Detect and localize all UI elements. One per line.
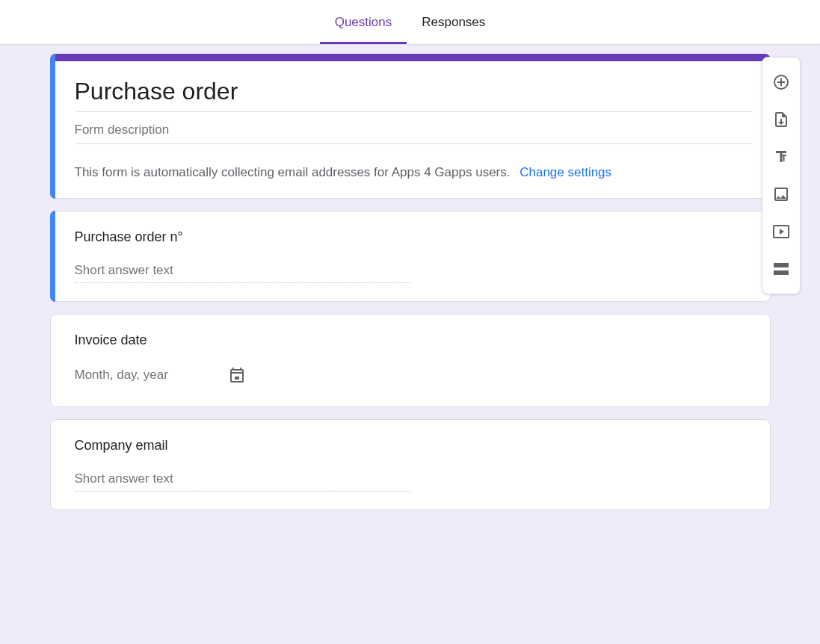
short-answer-placeholder: Short answer text bbox=[75, 471, 411, 492]
question-card-2[interactable]: Invoice date Month, day, year bbox=[50, 314, 771, 407]
form-title[interactable]: Purchase order bbox=[75, 78, 752, 112]
side-toolbar bbox=[762, 57, 801, 294]
text-icon bbox=[772, 148, 790, 166]
email-notice-text: This form is automatically collecting em… bbox=[75, 165, 511, 179]
import-questions-button[interactable] bbox=[768, 106, 795, 133]
question-card-1[interactable]: Purchase order n° Short answer text bbox=[50, 211, 771, 302]
form-header-card[interactable]: Purchase order Form description This for… bbox=[50, 54, 771, 199]
change-settings-link[interactable]: Change settings bbox=[520, 165, 611, 179]
add-title-button[interactable] bbox=[768, 143, 795, 170]
calendar-icon bbox=[228, 366, 246, 384]
question-title[interactable]: Purchase order n° bbox=[75, 229, 752, 245]
question-card-3[interactable]: Company email Short answer text bbox=[50, 419, 771, 510]
form-canvas: Purchase order Form description This for… bbox=[0, 45, 820, 644]
form-description[interactable]: Form description bbox=[75, 112, 752, 144]
email-collection-notice: This form is automatically collecting em… bbox=[75, 144, 752, 180]
import-icon bbox=[772, 111, 790, 129]
tab-questions[interactable]: Questions bbox=[320, 15, 407, 44]
add-image-button[interactable] bbox=[768, 181, 795, 208]
image-icon bbox=[772, 185, 790, 203]
video-icon bbox=[772, 223, 790, 241]
add-video-button[interactable] bbox=[768, 218, 795, 245]
tab-responses[interactable]: Responses bbox=[407, 15, 500, 44]
add-section-button[interactable] bbox=[768, 256, 795, 282]
short-answer-placeholder: Short answer text bbox=[75, 263, 411, 283]
form-tabs: Questions Responses bbox=[0, 0, 820, 45]
date-placeholder: Month, day, year bbox=[75, 368, 168, 383]
section-icon bbox=[772, 260, 790, 278]
question-title[interactable]: Invoice date bbox=[75, 332, 752, 348]
plus-circle-icon bbox=[772, 73, 790, 91]
add-question-button[interactable] bbox=[768, 69, 795, 96]
question-title[interactable]: Company email bbox=[75, 438, 752, 453]
